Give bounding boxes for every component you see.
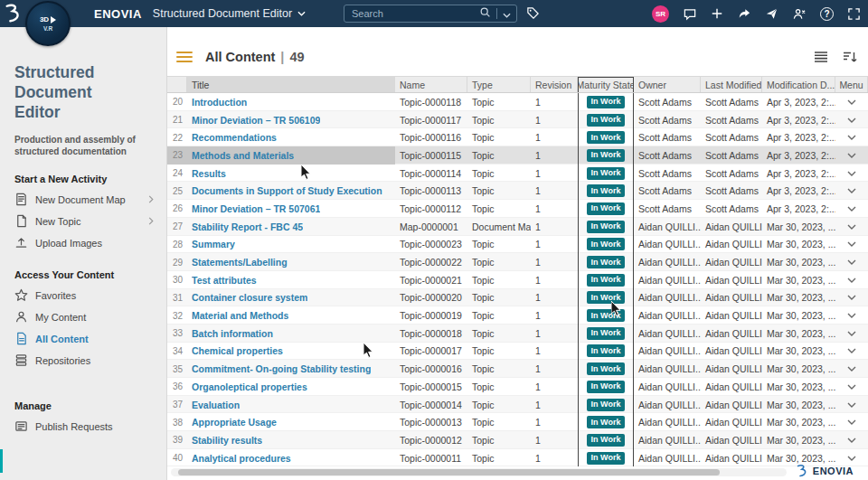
chevron-down-icon[interactable]	[847, 456, 856, 461]
table-row[interactable]: 29Statements/LabellingTopic-0000022Topic…	[167, 253, 868, 271]
chevron-down-icon[interactable]	[847, 135, 856, 140]
row-title-link[interactable]: Minor Deviation – TR 506109	[192, 115, 320, 126]
chevron-down-icon[interactable]	[847, 241, 856, 247]
search-options-chevron-icon[interactable]	[503, 5, 511, 22]
3dexperience-compass-icon[interactable]: 3D V.R	[25, 1, 71, 46]
3ds-logo-icon[interactable]	[0, 1, 27, 26]
chevron-down-icon[interactable]	[847, 278, 856, 283]
column-header-menu[interactable]: Menu	[835, 77, 868, 92]
row-title-link[interactable]: Chemical properties	[192, 345, 283, 356]
table-row[interactable]: 36Organoleptical propertiesTopic-0000015…	[167, 378, 868, 396]
column-header-title[interactable]: Title	[187, 77, 395, 92]
table-row[interactable]: 32Material and MethodsTopic-0000019Topic…	[167, 306, 868, 325]
chat-icon[interactable]	[683, 7, 697, 21]
chevron-down-icon[interactable]	[847, 331, 856, 336]
chevron-down-icon[interactable]	[847, 366, 856, 372]
table-row[interactable]: 28SummaryTopic-0000023Topic1In WorkAidan…	[167, 236, 868, 254]
row-title-link[interactable]: Recommendations	[192, 132, 277, 143]
column-header-modification-d[interactable]: Modification D...	[762, 77, 835, 92]
row-title-link[interactable]: Statements/Labelling	[192, 257, 288, 268]
row-title-link[interactable]: Material and Methods	[192, 310, 288, 321]
column-header-name[interactable]: Name	[395, 77, 467, 92]
column-header-type[interactable]: Type	[467, 77, 531, 92]
table-row[interactable]: 24ResultsTopic-0000114Topic1In WorkScott…	[167, 165, 868, 183]
table-row[interactable]: 26Minor Deviation – TR 507061Topic-00001…	[167, 200, 868, 218]
chevron-down-icon[interactable]	[847, 313, 856, 318]
chevron-down-icon[interactable]	[847, 419, 856, 425]
sidebar-item-all-content[interactable]: All Content	[14, 328, 157, 350]
scrollbar-horizontal[interactable]	[171, 468, 787, 476]
table-row[interactable]: 20IntroductionTopic-0000118Topic1In Work…	[167, 93, 868, 111]
sidebar-item-my-content[interactable]: My Content	[14, 306, 157, 328]
row-title-link[interactable]: Commitment- On-going Stability testing	[192, 363, 371, 374]
table-row[interactable]: 31Container closure systemTopic-0000020T…	[167, 289, 868, 307]
row-title-link[interactable]: Introduction	[192, 97, 247, 108]
row-title-link[interactable]: Stability results	[192, 435, 262, 446]
table-row[interactable]: 25Documents in Support of Study Executio…	[167, 182, 868, 200]
table-row[interactable]: 22RecommendationsTopic-0000116Topic1In W…	[167, 128, 868, 146]
chevron-down-icon[interactable]	[847, 438, 856, 443]
table-row[interactable]: 30Test attributesTopic-0000021Topic1In W…	[167, 271, 868, 289]
chevron-down-icon[interactable]	[847, 188, 856, 193]
chevron-down-icon[interactable]	[847, 153, 856, 158]
column-header-owner[interactable]: Owner	[634, 77, 701, 92]
sidebar-item-publish-requests[interactable]: Publish Requests	[14, 416, 157, 438]
chevron-down-icon[interactable]	[847, 402, 856, 408]
row-title-link[interactable]: Minor Deviation – TR 507061	[192, 203, 320, 214]
row-title-link[interactable]: Organoleptical properties	[192, 381, 307, 392]
column-header-revision[interactable]: Revision	[531, 77, 578, 92]
chevron-down-icon[interactable]	[297, 11, 306, 16]
table-row[interactable]: 27Stability Report - FBC 45Map-0000001Do…	[167, 218, 868, 236]
table-row[interactable]: 33Batch informationTopic-0000018Topic1In…	[167, 325, 868, 343]
row-title-link[interactable]: Methods and Materials	[192, 150, 294, 161]
table-row[interactable]: 23Methods and MaterialsTopic-0000115Topi…	[167, 146, 868, 165]
share-forward-icon[interactable]	[737, 7, 751, 20]
app-title[interactable]: Structured Document Editor	[153, 7, 292, 20]
table-row[interactable]: 40Analytical proceduresTopic-0000011Topi…	[167, 449, 868, 467]
chevron-down-icon[interactable]	[847, 259, 856, 265]
user-avatar[interactable]: SR	[652, 5, 669, 23]
menu-hamburger-icon[interactable]	[176, 51, 193, 63]
sidebar-item-repositories[interactable]: Repositories	[14, 350, 157, 372]
chevron-down-icon[interactable]	[847, 224, 856, 230]
search-input[interactable]	[350, 7, 479, 20]
search-icon[interactable]	[479, 5, 491, 22]
row-title-link[interactable]: Summary	[192, 239, 235, 249]
row-title-link[interactable]: Evaluation	[192, 400, 240, 410]
row-title-link[interactable]: Container closure system	[192, 292, 307, 303]
chevron-down-icon[interactable]	[847, 384, 856, 390]
row-title-link[interactable]: Batch information	[192, 328, 273, 339]
sidebar-item-new-document-map[interactable]: New Document Map	[14, 189, 157, 211]
help-icon[interactable]: ?	[820, 7, 834, 21]
send-share-icon[interactable]	[765, 7, 778, 20]
global-search[interactable]	[344, 5, 517, 23]
column-header-maturity-state[interactable]: Maturity State	[578, 77, 634, 92]
chevron-down-icon[interactable]	[847, 171, 856, 176]
table-row[interactable]: 35Commitment- On-going Stability testing…	[167, 360, 868, 378]
chevron-down-icon[interactable]	[847, 295, 856, 300]
sidebar-item-favorites[interactable]: Favorites	[14, 285, 157, 306]
table-row[interactable]: 21Minor Deviation – TR 506109Topic-00001…	[167, 111, 868, 129]
table-row[interactable]: 34Chemical propertiesTopic-0000017Topic1…	[167, 343, 868, 361]
sidebar-item-upload-images[interactable]: Upload Images	[14, 232, 157, 254]
row-title-link[interactable]: Analytical procedures	[192, 453, 291, 464]
fullscreen-icon[interactable]	[847, 7, 861, 21]
list-view-icon[interactable]	[814, 51, 828, 63]
chevron-down-icon[interactable]	[847, 99, 856, 105]
table-row[interactable]: 37EvaluationTopic-0000014Topic1In WorkAi…	[167, 396, 868, 414]
scrollbar-thumb[interactable]	[178, 469, 720, 475]
row-title-link[interactable]: Results	[192, 168, 226, 179]
row-title-link[interactable]: Appropriate Usage	[192, 417, 277, 428]
column-header-last-modified-by[interactable]: Last Modified By	[701, 77, 762, 92]
add-icon[interactable]	[711, 7, 723, 20]
sidebar-item-new-topic[interactable]: New Topic	[14, 211, 157, 232]
chevron-down-icon[interactable]	[847, 348, 856, 353]
chevron-down-icon[interactable]	[847, 206, 856, 212]
sort-icon[interactable]	[843, 51, 857, 63]
row-title-link[interactable]: Stability Report - FBC 45	[192, 221, 303, 232]
chevron-down-icon[interactable]	[847, 118, 856, 123]
table-row[interactable]: 38Appropriate UsageTopic-0000013Topic1In…	[167, 413, 868, 431]
row-title-link[interactable]: Test attributes	[192, 275, 257, 286]
tag-icon[interactable]	[526, 6, 540, 20]
row-title-link[interactable]: Documents in Support of Study Execution	[192, 185, 382, 196]
